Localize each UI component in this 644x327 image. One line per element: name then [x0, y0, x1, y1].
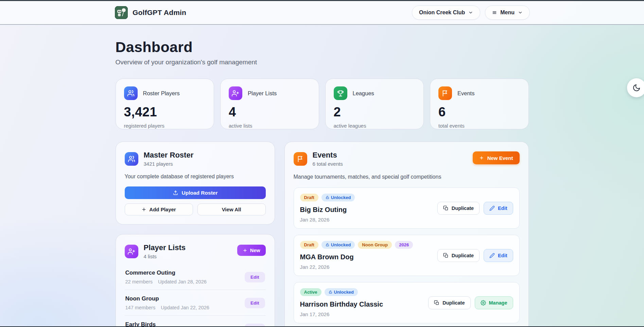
- left-column: Master Roster 3421 players Your complete…: [116, 142, 275, 327]
- list-item-members: 22 members: [125, 279, 153, 284]
- user-plus-icon: [125, 245, 138, 258]
- event-row: DraftUnlockedNoon Group2026MGA Brown Dog…: [294, 235, 520, 276]
- list-item: Commerce Outing22 membersUpdated Jan 28,…: [125, 264, 266, 290]
- list-item-name: Commerce Outing: [125, 269, 207, 276]
- chevron-down-icon: [468, 10, 473, 15]
- view-all-button[interactable]: View All: [197, 203, 266, 215]
- event-actions: DuplicateEdit: [437, 249, 513, 262]
- unlocked-badge: Unlocked: [325, 288, 358, 296]
- upload-icon: [173, 190, 178, 196]
- stat-sub: total events: [438, 123, 520, 129]
- list-item-name: Noon Group: [125, 295, 209, 302]
- trophy-icon: [334, 86, 347, 100]
- stat-label: Leagues: [353, 90, 374, 97]
- new-event-button[interactable]: New Event: [473, 151, 520, 164]
- menu-label: Menu: [500, 10, 515, 16]
- upload-roster-button[interactable]: Upload Roster: [125, 186, 266, 199]
- duplicate-event-button[interactable]: Duplicate: [437, 202, 480, 215]
- page-subtitle: Overview of your organization's golf man…: [116, 59, 529, 66]
- event-actions: DuplicateManage: [428, 296, 513, 309]
- plus-icon: [243, 248, 247, 253]
- draft-badge: Draft: [300, 194, 318, 201]
- event-date: Jan 22, 2026: [300, 264, 413, 270]
- events-title: Events: [313, 151, 343, 160]
- master-roster-count: 3421 players: [144, 161, 194, 167]
- flag-icon: [294, 152, 307, 166]
- event-date: Jan 17, 2026: [300, 311, 383, 317]
- gear-icon: [481, 300, 486, 306]
- stat-card-roster-players: Roster Players 3,421 registered players: [116, 79, 214, 129]
- event-name: MGA Brown Dog: [300, 253, 413, 261]
- list-item: Noon Group147 membersUpdated Jan 22, 202…: [125, 290, 266, 316]
- event-info: ActiveUnlockedHarrison Birthday ClassicJ…: [300, 288, 383, 317]
- tag-badge: Noon Group: [358, 241, 392, 249]
- unlocked-badge: Unlocked: [321, 241, 355, 249]
- app-title: GolfGPT Admin: [133, 9, 186, 17]
- draft-badge: Draft: [300, 241, 318, 249]
- add-player-button[interactable]: Add Player: [125, 203, 193, 215]
- plus-icon: [141, 207, 146, 212]
- list-item: Early Birds36 membersUpdated Jan 15, 202…: [125, 316, 266, 327]
- pencil-icon: [489, 206, 495, 211]
- app-header: GolfGPT Admin Onion Creek Club Menu: [0, 1, 644, 25]
- events-count: 6 total events: [313, 161, 343, 167]
- stat-sub: active lists: [229, 123, 311, 129]
- main-grid: Master Roster 3421 players Your complete…: [116, 142, 529, 327]
- duplicate-event-button[interactable]: Duplicate: [437, 249, 480, 262]
- stat-card-leagues: Leagues 2 active leagues: [325, 79, 424, 129]
- stat-label: Events: [457, 90, 474, 97]
- page-title: Dashboard: [116, 39, 529, 55]
- event-badges: DraftUnlocked: [300, 194, 355, 201]
- event-row: ActiveUnlockedHarrison Birthday ClassicJ…: [294, 282, 520, 323]
- hamburger-icon: [492, 10, 497, 15]
- edit-list-button[interactable]: Edit: [245, 272, 265, 282]
- edit-event-button[interactable]: Edit: [484, 202, 513, 215]
- golfgpt-logo-icon: [115, 6, 128, 19]
- event-name: Big Biz Outing: [300, 206, 355, 214]
- stat-sub: registered players: [124, 123, 206, 129]
- list-item-info: Noon Group147 membersUpdated Jan 22, 202…: [125, 295, 209, 310]
- menu-button[interactable]: Menu: [485, 5, 530, 20]
- active-badge: Active: [300, 288, 321, 296]
- copy-icon: [434, 300, 439, 306]
- dark-mode-toggle[interactable]: [627, 78, 644, 97]
- stat-card-events: Events 6 total events: [430, 79, 529, 129]
- master-roster-description: Your complete database of registered pla…: [125, 174, 266, 180]
- player-lists-card: Player Lists 4 lists New Commerce Outing…: [116, 234, 275, 327]
- stat-sub: active leagues: [334, 123, 416, 129]
- flag-icon: [438, 86, 452, 100]
- master-roster-title: Master Roster: [144, 151, 194, 160]
- pencil-icon: [489, 253, 495, 258]
- copy-icon: [443, 206, 449, 211]
- player-lists-title: Player Lists: [144, 243, 186, 252]
- stat-label: Player Lists: [248, 90, 277, 97]
- stat-value: 3,421: [124, 105, 206, 119]
- event-rows: DraftUnlockedBig Biz OutingJan 28, 2026D…: [294, 187, 520, 327]
- event-info: DraftUnlockedBig Biz OutingJan 28, 2026: [300, 194, 355, 223]
- unlocked-badge: Unlocked: [321, 194, 355, 201]
- list-item-info: Commerce Outing22 membersUpdated Jan 28,…: [125, 269, 207, 284]
- manage-event-button[interactable]: Manage: [475, 296, 513, 309]
- player-lists-count: 4 lists: [144, 254, 186, 259]
- events-description: Manage tournaments, matches, and special…: [294, 174, 520, 180]
- stats-grid: Roster Players 3,421 registered players …: [116, 79, 529, 129]
- stat-value: 2: [334, 105, 416, 119]
- club-selector-dropdown[interactable]: Onion Creek Club: [412, 5, 480, 20]
- unlock-icon: [326, 243, 329, 247]
- users-icon: [124, 86, 138, 100]
- edit-list-button[interactable]: Edit: [245, 298, 265, 308]
- event-badges: DraftUnlockedNoon Group2026: [300, 241, 413, 249]
- event-actions: DuplicateEdit: [437, 202, 513, 215]
- year-badge: 2026: [395, 241, 413, 249]
- event-name: Harrison Birthday Classic: [300, 300, 383, 308]
- user-plus-icon: [229, 86, 242, 100]
- new-list-button[interactable]: New: [237, 245, 266, 256]
- duplicate-event-button[interactable]: Duplicate: [428, 296, 470, 309]
- unlock-icon: [329, 290, 332, 294]
- dashboard-main: Dashboard Overview of your organization'…: [116, 25, 529, 327]
- moon-icon: [632, 84, 641, 92]
- plus-icon: [479, 156, 484, 160]
- event-row: DraftUnlockedBig Biz OutingJan 28, 2026D…: [294, 187, 520, 229]
- master-roster-card: Master Roster 3421 players Your complete…: [116, 142, 275, 225]
- edit-event-button[interactable]: Edit: [484, 249, 513, 262]
